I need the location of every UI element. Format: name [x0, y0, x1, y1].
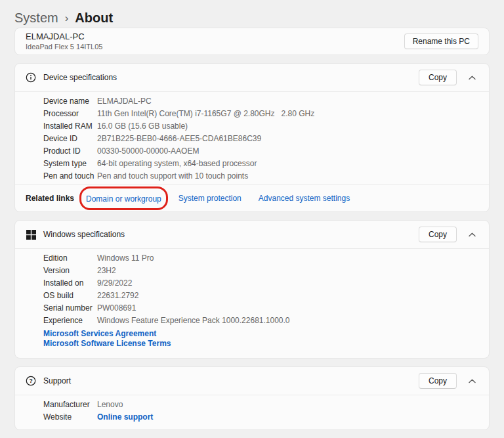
device-specs-collapse-button[interactable]	[466, 74, 478, 81]
breadcrumb-chevron-icon: ›	[65, 11, 69, 25]
chevron-up-icon	[469, 232, 476, 237]
windows-specifications-card: Windows specifications Copy EditionWindo…	[14, 220, 490, 359]
question-icon: ?	[26, 376, 36, 386]
breadcrumb-system[interactable]: System	[14, 11, 58, 26]
spec-row: EditionWindows 11 Pro	[43, 252, 478, 265]
breadcrumb: System › About	[14, 0, 490, 28]
device-specifications-header[interactable]: Device specifications Copy	[15, 64, 489, 91]
pc-model: IdeaPad Flex 5 14ITL05	[26, 42, 102, 51]
website-label: Website	[43, 411, 97, 424]
spec-row: ExperienceWindows Feature Experience Pac…	[43, 315, 478, 327]
advanced-system-settings-link[interactable]: Advanced system settings	[259, 194, 350, 203]
info-icon	[26, 72, 36, 83]
pc-name-card: ELMAJDAL-PC IdeaPad Flex 5 14ITL05 Renam…	[14, 28, 490, 55]
manufacturer-label: Manufacturer	[43, 399, 97, 411]
pc-identity: ELMAJDAL-PC IdeaPad Flex 5 14ITL05	[26, 32, 102, 51]
windows-logo-icon	[26, 229, 36, 240]
chevron-up-icon	[469, 76, 476, 80]
related-links-row: Related links Domain or workgroup System…	[15, 184, 489, 211]
spec-row: Product ID00330-50000-00000-AAOEM	[43, 145, 478, 158]
spec-row: Installed RAM16.0 GB (15.6 GB usable)	[43, 120, 478, 133]
support-copy-button[interactable]: Copy	[419, 373, 457, 389]
device-specifications-title: Device specifications	[43, 73, 419, 82]
spec-row: OS build22631.2792	[43, 290, 478, 302]
support-collapse-button[interactable]	[466, 378, 478, 385]
spec-row: Serial numberPW008691	[43, 302, 478, 315]
windows-specs-copy-button[interactable]: Copy	[419, 227, 457, 242]
windows-specifications-header[interactable]: Windows specifications Copy	[15, 221, 489, 248]
related-links-label: Related links	[26, 194, 74, 203]
microsoft-services-agreement-link[interactable]: Microsoft Services Agreement	[43, 329, 478, 339]
about-settings-page: System › About ELMAJDAL-PC IdeaPad Flex …	[0, 0, 504, 430]
support-content: Manufacturer Lenovo Website Online suppo…	[15, 395, 489, 429]
online-support-link[interactable]: Online support	[97, 411, 153, 424]
spec-row: Pen and touchPen and touch support with …	[43, 170, 478, 183]
spec-row: Website Online support	[43, 411, 478, 424]
spec-row: Processor11th Gen Intel(R) Core(TM) i7-1…	[43, 108, 478, 120]
svg-text:?: ?	[29, 378, 32, 384]
spec-row: Device nameELMAJDAL-PC	[43, 95, 478, 108]
spec-row: Version23H2	[43, 265, 478, 277]
support-header[interactable]: ? Support Copy	[15, 367, 489, 395]
system-protection-link[interactable]: System protection	[178, 194, 242, 203]
spec-row: Installed on9/29/2022	[43, 277, 478, 290]
spec-row: System type64-bit operating system, x64-…	[43, 158, 478, 170]
windows-specs-collapse-button[interactable]	[466, 231, 478, 238]
chevron-up-icon	[469, 379, 476, 383]
page-title: About	[75, 11, 113, 26]
support-title: Support	[43, 376, 419, 385]
windows-specifications-content: EditionWindows 11 Pro Version23H2 Instal…	[15, 248, 489, 358]
pc-name: ELMAJDAL-PC	[26, 32, 102, 42]
spec-row: Device ID2B71B225-BEB0-4666-AEE5-CDA61BE…	[43, 133, 478, 145]
microsoft-software-license-terms-link[interactable]: Microsoft Software License Terms	[43, 339, 478, 349]
device-specifications-card: Device specifications Copy Device nameEL…	[14, 63, 490, 212]
spec-row: Manufacturer Lenovo	[43, 399, 478, 411]
domain-or-workgroup-link[interactable]: Domain or workgroup	[86, 194, 161, 204]
rename-pc-button[interactable]: Rename this PC	[404, 33, 478, 49]
device-specifications-content: Device nameELMAJDAL-PC Processor11th Gen…	[15, 91, 489, 184]
support-card: ? Support Copy Manufacturer Lenovo Websi…	[14, 366, 490, 430]
manufacturer-value: Lenovo	[97, 399, 123, 411]
device-specs-copy-button[interactable]: Copy	[419, 70, 457, 85]
windows-specifications-title: Windows specifications	[43, 230, 419, 239]
